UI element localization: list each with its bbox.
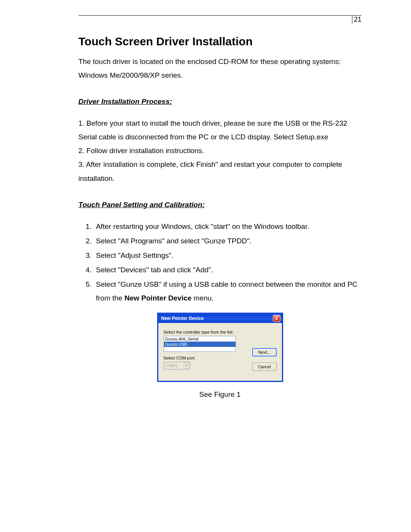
figure-caption: See Figure 1 xyxy=(78,390,362,399)
process-step-1: 1. Before your start to install the touc… xyxy=(78,117,362,144)
list-item-selected[interactable]: Gunze,USB xyxy=(164,342,236,347)
calibration-step-1: After restarting your Windows, click "st… xyxy=(94,220,362,233)
close-button[interactable]: X xyxy=(273,315,280,322)
page-number: 21 xyxy=(352,16,362,24)
calibration-step-2: Select "All Programs" and select "Gunze … xyxy=(94,234,362,248)
new-pointer-device-dialog: New Pointer Device X Select the controll… xyxy=(157,313,283,382)
controller-listbox[interactable]: Gunze,AHL,Serial Gunze,USB xyxy=(164,336,236,352)
process-step-2: 2. Follow driver installation instructio… xyxy=(78,144,362,158)
calibration-step-3: Select "Adjust Settings". xyxy=(94,249,362,262)
dialog-titlebar[interactable]: New Pointer Device X xyxy=(158,314,282,323)
calibration-list: After restarting your Windows, click "st… xyxy=(78,220,362,305)
calib5-part-b: menu. xyxy=(191,294,213,302)
controller-list-label: Select the controller type from the list… xyxy=(164,330,277,334)
com-port-value: COM1 xyxy=(166,363,178,368)
process-step-3: 3. After installation is complete, click… xyxy=(78,158,362,185)
next-button[interactable]: Next... xyxy=(252,348,277,356)
list-item[interactable]: Gunze,AHL,Serial xyxy=(164,336,236,342)
com-port-combo[interactable]: COM1 xyxy=(164,362,190,369)
dialog-title: New Pointer Device xyxy=(161,316,204,321)
calibration-step-5: Select "Gunze USB" if using a USB cable … xyxy=(94,278,362,305)
header-rule xyxy=(78,15,362,16)
calib5-bold: New Pointer Device xyxy=(124,294,191,302)
intro-text: The touch driver is located on the enclo… xyxy=(78,55,362,82)
section-heading-calibration: Touch Panel Setting and Calibration: xyxy=(78,201,362,209)
chevron-down-icon xyxy=(184,363,189,369)
section-heading-process: Driver Installation Process: xyxy=(78,97,362,106)
close-icon: X xyxy=(275,316,278,321)
calibration-step-4: Select "Devices" tab and click "Add". xyxy=(94,263,362,277)
page-title: Touch Screen Driver Installation xyxy=(78,35,362,48)
process-list: 1. Before your start to install the touc… xyxy=(78,117,362,185)
cancel-button[interactable]: Cancel xyxy=(252,363,277,371)
